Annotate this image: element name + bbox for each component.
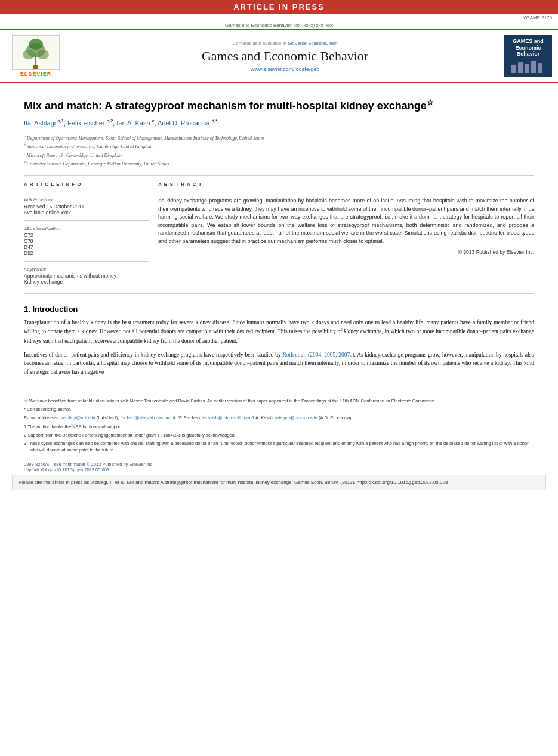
jel-label: JEL classification:: [24, 226, 149, 231]
authors-line: Itai Ashlagi a,1, Felix Fischer b,2, Ian…: [24, 118, 534, 128]
footnote-1: 1 The author thanks the NSF for financia…: [24, 423, 534, 430]
elsevier-wordmark: ELSEVIER: [20, 71, 52, 77]
roth-link[interactable]: Roth et al. (2004, 2005, 2007a): [282, 352, 354, 358]
sciverse-link[interactable]: SciVerse ScienceDirect: [288, 41, 337, 46]
header-center: Contents lists available at SciVerse Sci…: [72, 41, 498, 72]
info-divider-top: [24, 192, 149, 192]
footnote-email: E-mail addresses: iashlagi@mit.edu (I. A…: [24, 414, 534, 421]
abstract-copyright: © 2013 Published by Elsevier Inc.: [158, 249, 534, 255]
email-label: E-mail addresses:: [24, 415, 61, 420]
footnote-divider: [24, 394, 143, 394]
available-online: Available online xxxx: [24, 210, 149, 216]
affiliation-b: b Statistical Laboratory, University of …: [24, 142, 534, 150]
keyword-1: Approximate mechanisms without money: [24, 273, 149, 279]
abstract-label: A B S T R A C T: [158, 182, 534, 187]
elsevier-logo: ELSEVIER: [6, 35, 66, 77]
affiliation-a: a Department of Operations Management, S…: [24, 134, 534, 142]
footnote-2: 2 Support from the Deutsche Forschungsge…: [24, 432, 534, 438]
received-date: Received 15 October 2011: [24, 204, 149, 210]
journal-header: ELSEVIER Contents lists available at Sci…: [0, 29, 558, 83]
article-title: Mix and match: A strategyproof mechanism…: [24, 98, 534, 113]
citation-notice: Please cite this article in press as: As…: [12, 475, 546, 490]
svg-rect-12: [538, 63, 542, 73]
issn-line: 0899-8256/$ – see front matter © 2013 Pu…: [24, 462, 534, 467]
intro-heading: 1. Introduction: [24, 305, 534, 314]
footnote-3: 3 These cyclic exchanges can also be com…: [24, 440, 534, 454]
info-divider-kw: [24, 261, 149, 262]
author-ashlagi[interactable]: Itai Ashlagi: [24, 119, 56, 127]
history-label: Article history:: [24, 197, 149, 202]
section-divider: [24, 293, 534, 294]
journal-title: Games and Economic Behavior: [72, 48, 498, 64]
svg-rect-11: [531, 61, 536, 73]
email-ashlagi[interactable]: iashlagi@mit.edu: [61, 415, 95, 420]
abstract-column: A B S T R A C T As kidney exchange progr…: [158, 182, 534, 285]
games-economic-behavior-logo: GAMES and Economic Behavior: [504, 35, 552, 77]
intro-para-2: Incentives of donor–patient pairs and ef…: [24, 351, 534, 377]
footnote-star: ☆ We have benefited from valuable discus…: [24, 398, 534, 404]
title-star: ☆: [427, 99, 434, 107]
footnotes-section: ☆ We have benefited from valuable discus…: [0, 394, 558, 454]
journal-url[interactable]: www.elsevier.com/locate/geb: [72, 66, 498, 72]
article-info-column: A R T I C L E I N F O Article history: R…: [24, 182, 149, 285]
svg-rect-8: [511, 65, 516, 73]
info-divider-mid: [24, 220, 149, 221]
keywords-label: Keywords:: [24, 266, 149, 272]
footnotes-area: ☆ We have benefited from valuable discus…: [24, 398, 534, 454]
article-info-label: A R T I C L E I N F O: [24, 182, 149, 187]
author-procaccia[interactable]: Ariel D. Procaccia: [158, 119, 209, 127]
journal-ref-line: YGAME:2175: [0, 14, 558, 21]
jel-d47: D47: [24, 244, 149, 250]
affiliations: a Department of Operations Management, S…: [24, 134, 534, 168]
header-divider: [24, 175, 534, 176]
article-in-press-banner: ARTICLE IN PRESS: [0, 0, 558, 14]
italic-kidney-exchange: kidney exchange: [344, 328, 381, 334]
two-column-section: A R T I C L E I N F O Article history: R…: [24, 182, 534, 285]
doi-line[interactable]: http://dx.doi.org/10.1016/j.geb.2013.05.…: [24, 467, 534, 472]
author-fischer[interactable]: Felix Fischer: [67, 119, 104, 127]
email-procaccia[interactable]: arielpro@cs.cmu.edu: [275, 415, 317, 420]
affiliation-c: c Microsoft Research, Cambridge, United …: [24, 151, 534, 159]
email-fischer[interactable]: fischerf@statslab.cam.ac.uk: [120, 415, 176, 420]
author-kash[interactable]: Ian A. Kash: [116, 119, 150, 127]
sciverse-line: Contents lists available at SciVerse Sci…: [72, 41, 498, 46]
jel-c78: C78: [24, 238, 149, 244]
cite-line-top: Games and Economic Behavior xxx (xxxx) x…: [0, 21, 558, 29]
doi-link[interactable]: http://dx.doi.org/10.1016/j.geb.2013.05.…: [24, 467, 109, 472]
main-content: Mix and match: A strategyproof mechanism…: [0, 83, 558, 388]
svg-rect-9: [518, 62, 523, 73]
intro-para-1: Transplantation of a healthy kidney is t…: [24, 318, 534, 345]
games-logo-text: GAMES and Economic Behavior: [513, 38, 544, 57]
svg-point-5: [29, 39, 43, 50]
bottom-issn-bar: 0899-8256/$ – see front matter © 2013 Pu…: [0, 459, 558, 475]
jel-c72: C72: [24, 232, 149, 238]
affiliation-d: d Computer Science Department, Carnegie …: [24, 159, 534, 168]
svg-rect-6: [33, 65, 38, 69]
games-logo-chart: [510, 59, 546, 74]
abstract-divider: [158, 192, 534, 192]
elsevier-tree-icon: [12, 35, 60, 70]
svg-rect-10: [525, 64, 529, 73]
svg-point-3: [23, 50, 35, 59]
abstract-text: As kidney exchange programs are growing,…: [158, 197, 534, 245]
email-kash[interactable]: iankash@microsoft.com: [202, 415, 250, 420]
jel-d82: D82: [24, 250, 149, 256]
keyword-2: Kidney exchange: [24, 279, 149, 285]
svg-point-4: [37, 50, 49, 59]
footnote-asterisk: * Corresponding author.: [24, 406, 534, 413]
